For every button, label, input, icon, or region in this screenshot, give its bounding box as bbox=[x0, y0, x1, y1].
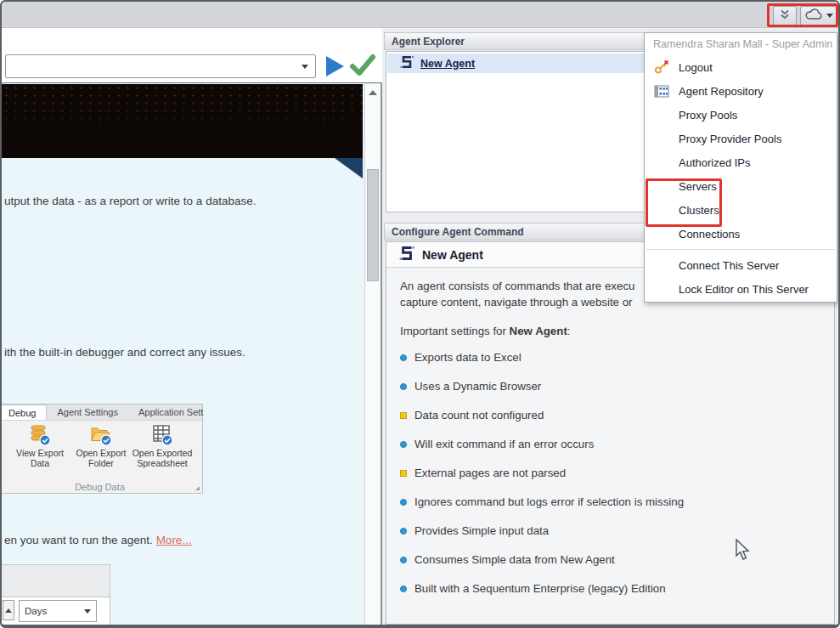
scrollbar-thumb[interactable] bbox=[367, 169, 379, 281]
info-bullet-icon bbox=[400, 528, 407, 535]
list-item: Exports data to Excel bbox=[400, 349, 834, 365]
days-dropdown: Days bbox=[19, 600, 97, 622]
menu-item-connections[interactable]: Connections bbox=[645, 222, 837, 246]
configure-agent-name: New Agent bbox=[422, 248, 483, 262]
cloud-icon bbox=[804, 8, 823, 24]
info-bullet-icon bbox=[400, 354, 407, 361]
run-agent-button[interactable] bbox=[326, 56, 344, 76]
list-item: Uses a Dynamic Browser bbox=[400, 378, 834, 394]
warning-bullet-icon bbox=[400, 412, 407, 419]
menu-item-proxy-pools[interactable]: Proxy Pools bbox=[645, 103, 837, 127]
view-export-data-button: View Export Data bbox=[9, 424, 70, 468]
spinner-up-icon bbox=[5, 608, 12, 613]
chevron-double-down-icon bbox=[779, 8, 791, 24]
important-settings-line: Important settings for New Agent: bbox=[386, 310, 834, 337]
address-combobox[interactable] bbox=[5, 54, 316, 78]
help-paragraph-2: ith the built-in debugger and correct an… bbox=[4, 346, 245, 359]
screenshot-tab-row: Debug Agent Settings Application Sett bbox=[2, 405, 202, 421]
open-exported-spreadsheet-button: Open Exported Spreadsheet bbox=[132, 424, 193, 468]
info-bullet-icon bbox=[400, 499, 407, 506]
info-bullet-icon bbox=[400, 383, 407, 390]
agent-settings-list: Exports data to Excel Uses a Dynamic Bro… bbox=[386, 337, 834, 597]
menu-item-authorized-ips[interactable]: Authorized IPs bbox=[645, 150, 837, 174]
export-folder-icon bbox=[89, 424, 113, 446]
menu-item-servers[interactable]: Servers bbox=[645, 174, 837, 198]
warning-bullet-icon bbox=[400, 470, 407, 477]
ribbon-expand-button[interactable] bbox=[773, 6, 797, 25]
user-menu-header: Ramendra Sharan Mall - Super Admin bbox=[645, 33, 837, 55]
agent-explorer-title: Agent Explorer bbox=[392, 36, 465, 48]
info-bullet-icon bbox=[400, 441, 407, 448]
help-paragraph-3: en you want to run the agent. More... bbox=[4, 534, 192, 546]
sequentum-agent-icon bbox=[399, 54, 414, 73]
document-scrollbar[interactable] bbox=[364, 84, 381, 625]
group-dialog-launcher-icon bbox=[195, 486, 200, 490]
menu-item-logout[interactable]: Logout bbox=[645, 55, 837, 79]
cloud-menu-caret-icon bbox=[826, 14, 833, 18]
schedule-screenshot-panel bbox=[2, 564, 110, 597]
scroll-up-button[interactable] bbox=[368, 88, 378, 98]
logout-key-icon bbox=[645, 59, 679, 75]
sequentum-agent-icon bbox=[398, 245, 415, 265]
configure-panel-title: Configure Agent Command bbox=[392, 226, 524, 238]
screenshot-tab-agent-settings: Agent Settings bbox=[47, 405, 128, 420]
info-bullet-icon bbox=[400, 557, 407, 563]
screenshot-tab-debug: Debug bbox=[2, 405, 47, 420]
combobox-caret-icon bbox=[302, 65, 308, 69]
agent-item-label: New Agent bbox=[420, 58, 475, 70]
days-dropdown-caret-icon bbox=[84, 609, 91, 614]
menu-item-proxy-provider-pools[interactable]: Proxy Provider Pools bbox=[645, 127, 837, 150]
menu-item-clusters[interactable]: Clusters bbox=[645, 198, 837, 222]
repository-grid-icon bbox=[645, 85, 679, 98]
list-item: External pages are not parsed bbox=[400, 465, 834, 481]
export-data-icon bbox=[28, 424, 52, 446]
agent-toolbar bbox=[2, 28, 382, 82]
help-paragraph-1: utput the data - as a report or write to… bbox=[4, 195, 256, 207]
open-export-folder-button: Open Export Folder bbox=[70, 424, 132, 468]
scroll-up-icon bbox=[369, 90, 377, 95]
menu-separator bbox=[646, 249, 835, 250]
more-link[interactable]: More... bbox=[156, 534, 192, 546]
validate-check-button[interactable] bbox=[348, 53, 377, 82]
schedule-screenshot-row: Days bbox=[2, 597, 110, 625]
menu-item-lock-editor-on-this-server[interactable]: Lock Editor on This Server bbox=[645, 277, 837, 301]
ribbon-bar bbox=[2, 2, 838, 28]
list-item: Ignores command but logs error if select… bbox=[400, 494, 834, 510]
menu-item-agent-repository[interactable]: Agent Repository bbox=[645, 79, 837, 103]
list-item: Will exit command if an error occurs bbox=[400, 436, 834, 452]
spreadsheet-icon bbox=[150, 424, 174, 446]
number-spinner bbox=[3, 600, 14, 620]
info-bullet-icon bbox=[400, 586, 407, 592]
screenshot-ribbon-body: View Export Data Open Export Folder bbox=[2, 421, 202, 468]
application-window: utput the data - as a report or write to… bbox=[0, 0, 840, 628]
agent-help-document: utput the data - as a report or write to… bbox=[2, 82, 382, 625]
debug-data-group-label: Debug Data bbox=[2, 482, 202, 492]
list-item: Data count not configured bbox=[400, 407, 834, 423]
user-dropdown-menu: Ramendra Sharan Mall - Super Admin Logou… bbox=[644, 32, 837, 303]
list-item: Built with a Sequentum Enterprise (legac… bbox=[400, 580, 834, 597]
screenshot-tab-application-settings: Application Sett bbox=[128, 405, 213, 420]
list-item: Consumes Simple data from New Agent bbox=[400, 552, 834, 568]
cloud-menu-button[interactable] bbox=[800, 6, 837, 25]
menu-item-connect-this-server[interactable]: Connect This Server bbox=[645, 253, 837, 277]
debug-ribbon-screenshot: Debug Agent Settings Application Sett bbox=[2, 404, 203, 494]
help-banner-image bbox=[2, 84, 363, 158]
list-item: Provides Simple input data bbox=[400, 523, 834, 539]
banner-fold-graphic bbox=[335, 158, 363, 178]
